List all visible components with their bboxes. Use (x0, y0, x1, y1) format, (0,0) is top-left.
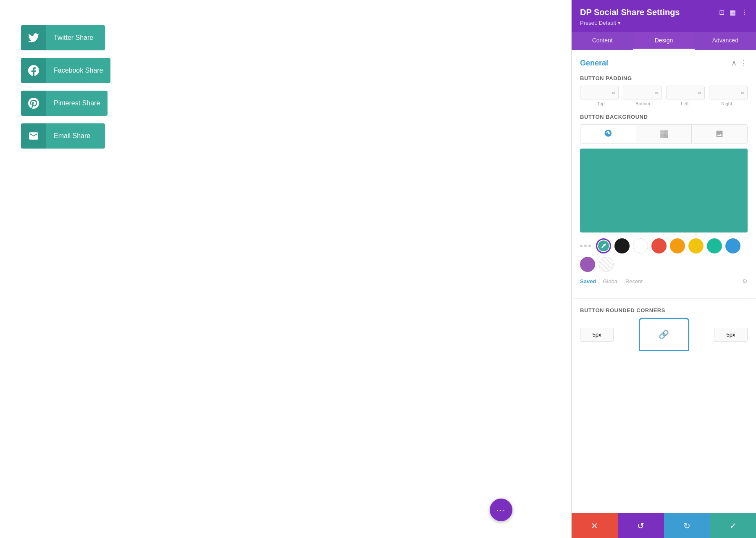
save-icon: ✓ (730, 521, 737, 531)
facebook-icon (28, 65, 39, 76)
email-share-label: Email Share (46, 123, 105, 149)
rounded-preview: 🔗 (618, 318, 710, 351)
color-preview[interactable] (580, 149, 748, 232)
section-title: General (580, 59, 608, 68)
padding-label-left: Left (664, 99, 706, 106)
rounded-row: 🔗 (580, 318, 748, 351)
swatch-white[interactable] (633, 238, 648, 253)
panel-body: General ∧ ⋮ Button Padding ⇔ ⇔ (572, 50, 756, 513)
preview-area: Twitter Share Facebook Share Pinterest S… (0, 0, 571, 538)
floating-dots-button[interactable]: ··· (490, 499, 512, 521)
pinterest-share-label: Pinterest Share (46, 91, 108, 116)
section-header: General ∧ ⋮ (580, 58, 748, 68)
bg-type-image[interactable] (692, 125, 747, 143)
padding-top-unit: ⇔ (612, 90, 615, 95)
panel-tabs: Content Design Advanced (572, 32, 756, 50)
facebook-share-button[interactable]: Facebook Share (21, 58, 110, 83)
rounded-corners-label: Button Rounded Corners (580, 307, 748, 313)
swatch-orange[interactable] (670, 238, 685, 253)
bottom-toolbar: ✕ ↺ ↻ ✓ (572, 513, 756, 538)
email-icon-part (21, 123, 46, 149)
twitter-share-button[interactable]: Twitter Share (21, 25, 105, 50)
rounded-top-left-input[interactable] (580, 328, 614, 342)
color-swatches (580, 238, 748, 272)
tab-content[interactable]: Content (572, 32, 633, 50)
swatch-teal[interactable] (707, 238, 722, 253)
section-actions: ∧ ⋮ (731, 58, 748, 68)
padding-label-right: Right (706, 99, 748, 106)
padding-label-top: Top (580, 99, 622, 106)
padding-label-bottom: Bottom (622, 99, 664, 106)
swatch-blue[interactable] (725, 238, 740, 253)
section-menu-icon[interactable]: ⋮ (740, 58, 748, 68)
redo-icon: ↻ (683, 521, 690, 531)
collapse-icon[interactable]: ∧ (731, 58, 737, 68)
panel-more-icon[interactable]: ⋮ (741, 8, 748, 16)
button-padding-label: Button Padding (580, 75, 748, 81)
cancel-button[interactable]: ✕ (572, 513, 618, 538)
settings-panel: DP Social Share Settings ⊡ ▦ ⋮ Preset: D… (571, 0, 756, 538)
panel-title: DP Social Share Settings (580, 8, 680, 17)
pinterest-share-button[interactable]: Pinterest Share (21, 91, 108, 116)
reset-button[interactable]: ↺ (618, 513, 664, 538)
color-dot-2 (584, 245, 587, 247)
button-background-label: Button Background (580, 114, 748, 120)
reset-icon: ↺ (637, 521, 644, 531)
color-tab-recent[interactable]: Recent (625, 278, 643, 285)
padding-top-wrapper: ⇔ (580, 86, 619, 99)
bg-type-selector (580, 124, 748, 144)
color-tab-saved[interactable]: Saved (580, 278, 596, 285)
swatch-yellow[interactable] (688, 238, 704, 253)
facebook-share-label: Facebook Share (46, 58, 110, 83)
color-settings-icon[interactable]: ⚙ (742, 278, 748, 285)
rounded-box-preview: 🔗 (639, 318, 689, 351)
pinterest-icon-part (21, 91, 46, 116)
bg-type-color[interactable] (580, 125, 636, 143)
padding-right-unit: ⇔ (740, 90, 744, 95)
general-section: General ∧ ⋮ Button Padding ⇔ ⇔ (572, 50, 756, 298)
panel-header: DP Social Share Settings ⊡ ▦ ⋮ Preset: D… (572, 0, 756, 32)
twitter-icon (28, 32, 39, 43)
padding-labels: Top Bottom Left Right (580, 99, 748, 106)
swatch-black[interactable] (614, 238, 630, 253)
color-dot-3 (588, 245, 591, 247)
floating-dots-icon: ··· (496, 506, 506, 514)
color-tabs: Saved Global Recent ⚙ (580, 278, 748, 285)
swatch-none[interactable] (598, 257, 614, 272)
save-button[interactable]: ✓ (710, 513, 756, 538)
color-tab-global[interactable]: Global (603, 278, 619, 285)
padding-left-wrapper: ⇔ (666, 86, 705, 99)
color-dot-1 (580, 245, 583, 247)
email-icon (28, 131, 39, 141)
panel-responsive-icon[interactable]: ⊡ (719, 8, 724, 16)
redo-button[interactable]: ↻ (664, 513, 710, 538)
pinterest-icon (28, 98, 39, 109)
twitter-share-label: Twitter Share (46, 25, 105, 50)
cancel-icon: ✕ (591, 521, 598, 531)
padding-bottom-wrapper: ⇔ (623, 86, 662, 99)
eyedropper-swatch[interactable] (596, 238, 611, 253)
email-share-button[interactable]: Email Share (21, 123, 105, 149)
bg-type-gradient[interactable] (636, 125, 692, 143)
preset-label[interactable]: Preset: Default (580, 20, 748, 26)
tab-design[interactable]: Design (633, 32, 694, 50)
tab-advanced[interactable]: Advanced (695, 32, 756, 50)
swatch-red[interactable] (651, 238, 667, 253)
padding-right-wrapper: ⇔ (709, 86, 748, 99)
twitter-icon-part (21, 25, 46, 50)
facebook-icon-part (21, 58, 46, 83)
padding-left-unit: ⇔ (698, 90, 701, 95)
padding-inputs: ⇔ ⇔ ⇔ ⇔ (580, 86, 748, 99)
link-chain-icon: 🔗 (659, 329, 669, 340)
rounded-top-right-input[interactable] (714, 328, 748, 342)
panel-layout-icon[interactable]: ▦ (730, 8, 736, 16)
padding-bottom-unit: ⇔ (655, 90, 659, 95)
rounded-corners-section: Button Rounded Corners 🔗 (572, 298, 756, 360)
color-dots (580, 245, 591, 247)
panel-header-icons: ⊡ ▦ ⋮ (719, 8, 748, 16)
swatch-purple[interactable] (580, 257, 595, 272)
